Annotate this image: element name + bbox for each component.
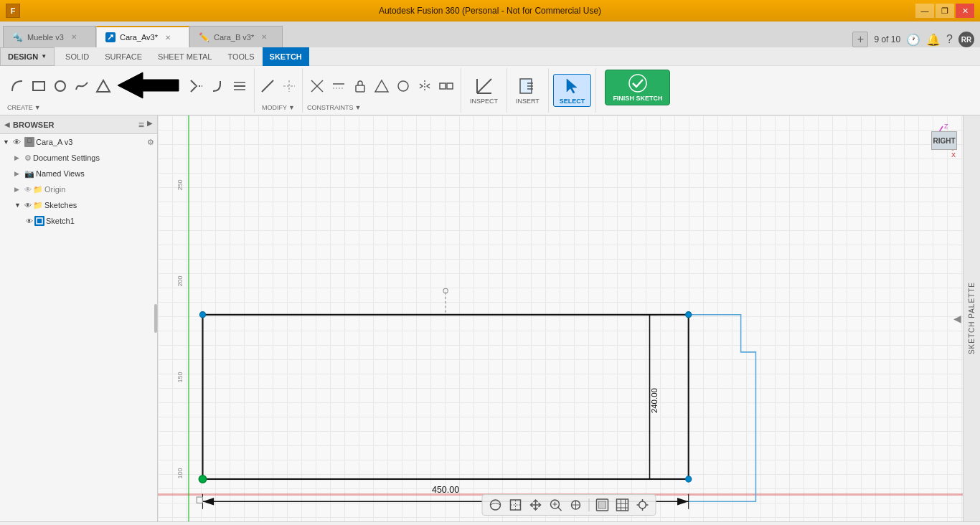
sketch-palette-label: SKETCH PALETTE — [968, 282, 976, 354]
grid-button[interactable] — [614, 496, 631, 514]
tab-add-button[interactable]: + — [852, 32, 868, 47]
circle-constraint-button[interactable] — [393, 76, 413, 96]
svg-line-24 — [477, 79, 491, 93]
browser-item-doc-settings[interactable]: ▶ ⚙ Document Settings — [0, 150, 157, 166]
comments-bar: COMMENTS + ▶ ⏮ ⏪ ▶ ⏩ ⏭ ⬚ 🚶 ⚙ — [0, 521, 980, 525]
browser-title: BROWSER — [13, 120, 54, 129]
vis-eye-icon[interactable]: 👁 — [13, 138, 23, 146]
design-dropdown-arrow: ▼ — [41, 53, 47, 60]
create-group: CREATE▼ — [3, 68, 255, 113]
lock-constraint-button[interactable] — [350, 76, 370, 96]
pattern-constraint-button[interactable] — [436, 76, 456, 96]
insert-label: INSERT — [516, 98, 540, 105]
svg-rect-57 — [511, 500, 521, 510]
svg-point-45 — [199, 312, 205, 318]
browser-item-label-doc-settings: Document Settings — [33, 153, 100, 162]
browser-item-cara-a[interactable]: ▼ 👁 □ Cara_A v3 ⚙ — [0, 134, 157, 150]
line-tool-button[interactable] — [258, 76, 278, 96]
ribbon-content: CREATE▼ MODIFY▼ — [0, 66, 980, 115]
construct-line-button[interactable] — [279, 76, 299, 96]
user-avatar[interactable]: RR — [958, 32, 974, 47]
sketch-palette-panel[interactable]: SKETCH PALETTE — [963, 115, 980, 521]
window-controls: — ❐ ✕ — [915, 4, 974, 18]
zoom-tool-button[interactable] — [547, 496, 565, 514]
triangle-constraint-button[interactable] — [372, 76, 392, 96]
circle-tool-button[interactable] — [50, 76, 70, 96]
clock-icon[interactable]: 🕐 — [906, 33, 920, 47]
tab-cara-a-close[interactable]: ✕ — [165, 34, 171, 42]
finish-sketch-group: FINISH SKETCH — [599, 68, 676, 113]
display-mode-button[interactable] — [594, 496, 611, 514]
close-button[interactable]: ✕ — [956, 4, 974, 18]
hatch-tool-button[interactable] — [230, 76, 250, 96]
origin-vis-icon[interactable]: 👁 — [24, 186, 32, 194]
ribbon-tab-sketch[interactable]: SKETCH — [263, 47, 309, 66]
snap-button[interactable] — [634, 496, 651, 514]
pan-tool-button[interactable] — [527, 496, 545, 514]
modify-group-label[interactable]: MODIFY▼ — [262, 104, 295, 111]
select-button[interactable]: SELECT — [553, 74, 592, 107]
restore-button[interactable]: ❐ — [936, 4, 954, 18]
browser-item-sketch1[interactable]: 👁 Sketch1 — [0, 213, 157, 229]
separator-1 — [589, 498, 590, 511]
design-dropdown-button[interactable]: DESIGN ▼ — [0, 47, 55, 66]
cara-a-options-icon[interactable]: ⚙ — [147, 138, 154, 147]
panel-collapse-arrow[interactable]: ◀ — [953, 313, 961, 324]
help-icon[interactable]: ? — [946, 33, 953, 46]
svg-marker-31 — [567, 79, 577, 93]
notification-icon[interactable]: 🔔 — [926, 33, 941, 47]
canvas-area[interactable]: 250 200 150 100 240.00 450.00 — [158, 115, 980, 521]
tab-cara-a[interactable]: Cara_Av3* ✕ — [96, 26, 189, 47]
select-label: SELECT — [560, 98, 585, 105]
insert-button[interactable]: INSERT — [512, 75, 544, 106]
horizontal-constraint-button[interactable] — [329, 76, 349, 96]
browser-item-named-views[interactable]: ▶ 📷 Named Views — [0, 166, 157, 181]
svg-line-5 — [191, 87, 196, 92]
ribbon-tab-surface[interactable]: SURFACE — [97, 47, 150, 66]
doc-settings-icon: ⚙ — [24, 153, 32, 163]
mirror-constraint-button[interactable] — [415, 76, 435, 96]
ribbon-tab-tools[interactable]: TOOLS — [220, 47, 262, 66]
browser-resize-handle[interactable] — [154, 304, 157, 333]
view-cube[interactable]: Z X RIGHT — [907, 123, 957, 166]
browser-item-label-named-views: Named Views — [36, 169, 85, 178]
ribbon-tab-solid[interactable]: SOLID — [57, 47, 97, 66]
tab-mueble-close[interactable]: ✕ — [71, 33, 77, 41]
app-title: Autodesk Fusion 360 (Personal - Not for … — [379, 6, 601, 16]
finish-sketch-button[interactable]: FINISH SKETCH — [605, 70, 670, 105]
arc-tool-button[interactable] — [7, 76, 27, 96]
orbit-tool-button[interactable] — [487, 496, 504, 514]
fit-all-button[interactable] — [567, 496, 585, 514]
browser-item-sketches[interactable]: ▼ 👁 📁 Sketches — [0, 197, 157, 213]
svg-line-11 — [262, 80, 273, 92]
sketches-vis-icon[interactable]: 👁 — [24, 202, 32, 209]
coincident-constraint-button[interactable] — [307, 76, 327, 96]
trim-tool-button[interactable] — [187, 76, 207, 96]
browser-collapse-left[interactable]: ◀ — [4, 120, 10, 128]
browser-collapse-right[interactable]: ▶ — [147, 119, 153, 131]
svg-point-46 — [686, 312, 692, 318]
inspect-button[interactable]: INSPECT — [466, 75, 502, 106]
tab-mueble[interactable]: 🔩 Mueble v3 ✕ — [3, 26, 96, 47]
inspect-group: INSPECT — [461, 68, 507, 113]
ribbon: DESIGN ▼ SOLID SURFACE SHEET METAL TOOLS… — [0, 47, 980, 115]
ribbon-tab-sheet-metal[interactable]: SHEET METAL — [150, 47, 220, 66]
create-group-label[interactable]: CREATE▼ — [7, 104, 250, 111]
pan-indicator-button[interactable] — [507, 496, 524, 514]
browser-item-origin[interactable]: ▶ 👁 📁 Origin — [0, 181, 157, 197]
minimize-button[interactable]: — — [915, 4, 934, 18]
spline-tool-button[interactable] — [72, 76, 92, 96]
rectangle-tool-button[interactable] — [29, 76, 49, 96]
sketch1-vis-icon[interactable]: 👁 — [26, 217, 33, 225]
constraints-group-label[interactable]: CONSTRAINTS▼ — [307, 104, 456, 111]
browser-header: ◀ BROWSER ≡ ▶ — [0, 115, 157, 134]
tab-cara-b[interactable]: ✏️ Cara_B v3* ✕ — [189, 26, 283, 47]
fillet-tool-button[interactable] — [208, 76, 228, 96]
browser-expand-button[interactable]: ≡ — [138, 119, 144, 131]
sketch-geometry: 240.00 450.00 — [158, 115, 980, 521]
view-cube-right-face[interactable]: RIGHT — [931, 131, 957, 150]
polygon-tool-button[interactable] — [93, 76, 113, 96]
svg-point-32 — [629, 75, 646, 92]
tab-cara-b-close[interactable]: ✕ — [261, 33, 267, 41]
svg-rect-22 — [440, 83, 446, 89]
